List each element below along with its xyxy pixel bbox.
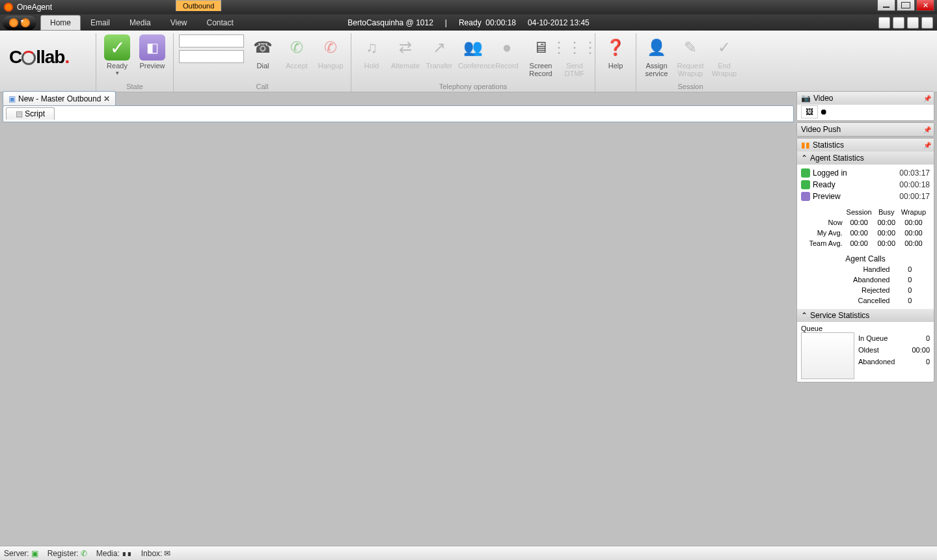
transfer-button[interactable]: ↗Transfer [424,34,454,70]
status-dot-icon [801,192,810,201]
help-icon: ❓ [603,34,629,60]
script-tab[interactable]: ▤ Script [6,107,55,120]
media-status-icon: ∎∎ [122,549,132,558]
service-stats-header[interactable]: ⌃Service Statistics [797,309,934,322]
tab-view[interactable]: View [161,15,197,31]
alternate-button[interactable]: ⇄Alternate [390,34,420,70]
toolbar-icon-3[interactable] [907,17,919,29]
window-maximize-button[interactable] [897,0,915,11]
bottom-statusbar: Server:▣ Register:✆ Media:∎∎ Inbox:✉ [0,546,937,560]
transfer-icon: ↗ [426,34,452,60]
hold-button[interactable]: ♫Hold [357,34,387,70]
tab-home[interactable]: Home [40,15,81,31]
record-icon: ● [494,34,520,60]
status-state: Ready [459,18,482,27]
app-logo-icon [4,3,13,12]
window-close-button[interactable] [916,0,934,11]
conference-button[interactable]: 👥Conference [458,34,488,70]
dial-button[interactable]: ☎Dial [248,34,278,70]
toolbar-icon-1[interactable] [878,17,890,29]
chart-icon: ▮▮ [801,140,810,150]
agent-stats-header[interactable]: ⌃Agent Statistics [797,152,934,165]
toolbar-icon-2[interactable] [893,17,904,29]
pin-icon[interactable]: 📌 [923,95,931,102]
menu-bar: ▾ Home Email Media View Contact BertoCas… [0,14,937,31]
app-menu-button[interactable]: ▾ [3,16,36,30]
assign-icon: 👤 [644,34,670,60]
ready-button[interactable]: ✓Ready [102,34,133,76]
screen-record-icon: 🖥 [528,34,554,60]
status-center: BertoCasquinha @ 1012 | Ready 00:00:18 0… [347,18,590,27]
server-status-icon: ▣ [31,549,38,558]
ribbon: Cllab. ✓Ready ◧Preview State ☎Dial ✆Acce… [0,31,937,92]
help-button[interactable]: ❓Help [601,34,631,70]
dial-input-2[interactable] [179,50,244,63]
hangup-button[interactable]: ✆Hangup [316,34,346,70]
brand-logo: Cllab. [9,47,69,68]
status-user: BertoCasquinha @ 1012 [347,18,433,27]
phone-status-icon: ✆ [81,549,87,558]
assign-service-button[interactable]: 👤Assign service [642,34,672,77]
chevron-icon: ⌃ [801,311,808,320]
phone-accept-icon: ✆ [284,34,310,60]
end-wrapup-button[interactable]: ✓End Wrapup [709,34,739,77]
pin-icon[interactable]: 📌 [923,142,931,149]
phone-hangup-icon: ✆ [318,34,344,60]
conference-icon: 👥 [460,34,486,60]
videopush-header[interactable]: Video Push📌 [797,123,934,136]
window-title: OneAgent [17,3,52,12]
ribbon-tabs: Home Email Media View Contact [40,15,243,31]
script-icon: ▤ [16,109,23,118]
tab-contact[interactable]: Contact [197,15,243,31]
send-dtmf-button[interactable]: ⋮⋮⋮Send DTMF [560,34,590,77]
record-button[interactable]: ●Record [492,34,522,70]
status-dot-icon [801,168,810,178]
accept-button[interactable]: ✆Accept [282,34,312,70]
status-dot-icon [801,180,810,189]
dial-input-1[interactable] [179,34,244,47]
dial-icon: ☎ [250,34,276,60]
outbound-tag[interactable]: Outbound [176,0,221,11]
status-datetime: 04-10-2012 13:45 [528,18,590,27]
close-tab-icon[interactable]: ✕ [103,94,110,103]
inbox-icon: ✉ [164,549,170,558]
tab-media[interactable]: Media [120,15,161,31]
chevron-icon: ⌃ [801,153,808,163]
end-wrapup-icon: ✓ [711,34,737,60]
video-thumb-icon: 🖼 [801,105,818,118]
window-titlebar: OneAgent Outbound [0,0,937,14]
webcam-icon: ⏺ [820,107,828,116]
alternate-icon: ⇄ [392,34,418,60]
stats-header[interactable]: ▮▮Statistics📌 [797,139,934,152]
side-panel: 📷Video📌 🖼 ⏺ Video Push📌 ▮▮Statistics📌 ⌃A… [796,91,934,543]
request-wrapup-button[interactable]: ✎Request Wrapup [675,34,705,77]
queue-chart [801,332,854,379]
pin-icon[interactable]: 📌 [923,126,931,133]
request-wrapup-icon: ✎ [677,34,703,60]
help-icon[interactable] [921,17,933,29]
preview-button[interactable]: ◧Preview [137,34,168,70]
document-tab[interactable]: ▣ New - Master Outbound ✕ [3,91,116,105]
hold-icon: ♫ [359,34,385,60]
window-minimize-button[interactable] [877,0,895,11]
camera-icon: 📷 [801,94,811,103]
tab-email[interactable]: Email [81,15,120,31]
status-timer: 00:00:18 [485,18,516,27]
dialpad-icon: ⋮⋮⋮ [562,34,588,60]
folder-icon: ▣ [8,94,16,103]
video-header[interactable]: 📷Video📌 [797,92,934,105]
